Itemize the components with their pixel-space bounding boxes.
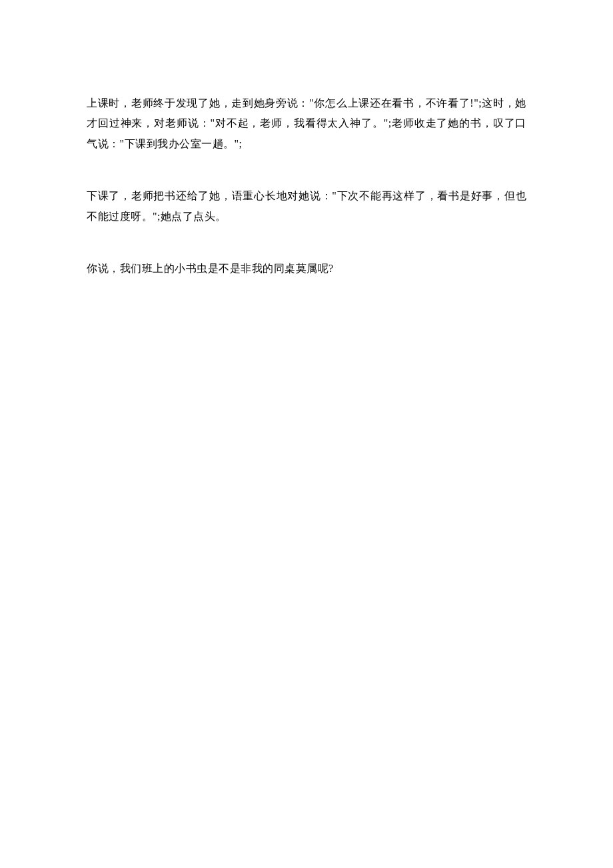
paragraph-1: 上课时，老师终于发现了她，走到她身旁说："你怎么上课还在看书，不许看了!";这时… [87,93,526,154]
paragraph-3: 你说，我们班上的小书虫是不是非我的同桌莫属呢? [87,259,526,279]
paragraph-2: 下课了，老师把书还给了她，语重心长地对她说："下次不能再这样了，看书是好事，但也… [87,186,526,227]
